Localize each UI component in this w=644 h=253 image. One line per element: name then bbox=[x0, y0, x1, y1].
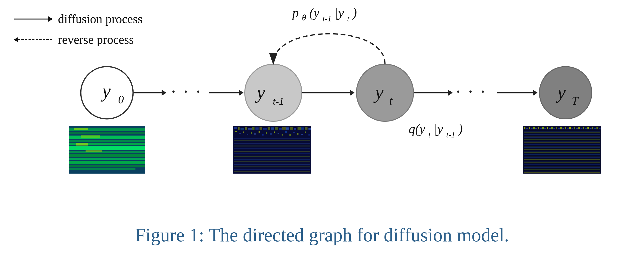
svg-rect-77 bbox=[529, 127, 530, 129]
svg-rect-129 bbox=[524, 162, 600, 163]
svg-rect-53 bbox=[285, 131, 287, 133]
svg-rect-60 bbox=[234, 138, 310, 139]
svg-rect-101 bbox=[583, 127, 584, 129]
svg-rect-69 bbox=[234, 161, 310, 162]
svg-rect-100 bbox=[580, 128, 582, 129]
curved-reverse-arrow bbox=[273, 34, 385, 64]
svg-rect-14 bbox=[81, 135, 100, 138]
svg-rect-63 bbox=[234, 146, 310, 146]
svg-rect-51 bbox=[278, 133, 279, 134]
svg-rect-23 bbox=[252, 127, 254, 130]
svg-rect-112 bbox=[524, 134, 600, 135]
svg-rect-135 bbox=[524, 172, 600, 173]
svg-rect-104 bbox=[590, 128, 592, 129]
node-yt1 bbox=[245, 64, 302, 121]
svg-rect-110 bbox=[524, 131, 600, 131]
svg-rect-130 bbox=[524, 164, 600, 165]
svg-rect-8 bbox=[69, 154, 145, 157]
node-yt bbox=[356, 64, 414, 121]
svg-rect-79 bbox=[533, 127, 535, 129]
svg-rect-83 bbox=[542, 127, 544, 129]
svg-rect-34 bbox=[294, 128, 296, 130]
arrowhead-yt-dots2 bbox=[448, 90, 453, 96]
svg-rect-26 bbox=[263, 128, 267, 130]
arrowhead-yt1-yt bbox=[350, 90, 354, 96]
svg-rect-128 bbox=[524, 161, 600, 161]
svg-rect-103 bbox=[588, 127, 589, 129]
svg-rect-3 bbox=[69, 136, 145, 139]
main-container: diffusion process reverse process y 0 · … bbox=[0, 0, 644, 253]
svg-rect-38 bbox=[308, 128, 311, 130]
svg-rect-84 bbox=[544, 128, 546, 129]
svg-rect-4 bbox=[69, 140, 145, 142]
svg-rect-45 bbox=[254, 133, 256, 135]
svg-rect-108 bbox=[598, 128, 600, 129]
svg-rect-44 bbox=[251, 132, 252, 134]
svg-rect-46 bbox=[258, 131, 260, 133]
svg-rect-116 bbox=[524, 141, 600, 141]
svg-rect-81 bbox=[538, 127, 539, 129]
svg-rect-61 bbox=[234, 140, 310, 141]
svg-rect-71 bbox=[234, 166, 310, 167]
svg-rect-56 bbox=[297, 133, 298, 135]
svg-rect-59 bbox=[308, 134, 310, 136]
svg-rect-65 bbox=[234, 151, 310, 152]
svg-rect-119 bbox=[524, 146, 600, 146]
svg-rect-54 bbox=[290, 134, 291, 136]
svg-rect-40 bbox=[235, 131, 237, 132]
dots1: · · · bbox=[171, 81, 202, 102]
svg-rect-19 bbox=[238, 127, 240, 130]
svg-rect-127 bbox=[524, 159, 600, 160]
svg-rect-102 bbox=[585, 128, 587, 129]
svg-rect-66 bbox=[234, 153, 310, 154]
svg-rect-52 bbox=[282, 134, 283, 136]
svg-rect-2 bbox=[69, 132, 145, 134]
svg-rect-131 bbox=[524, 166, 600, 166]
svg-rect-64 bbox=[234, 148, 310, 149]
formula-bottom: q(y t |y t-1 ) bbox=[409, 122, 463, 140]
svg-rect-82 bbox=[540, 128, 542, 129]
svg-rect-9 bbox=[69, 158, 145, 160]
svg-rect-25 bbox=[260, 127, 262, 130]
svg-rect-95 bbox=[570, 127, 571, 129]
arrowhead-dots1-yt1 bbox=[239, 90, 244, 96]
svg-rect-28 bbox=[271, 127, 274, 130]
svg-rect-18 bbox=[234, 127, 237, 129]
svg-rect-15 bbox=[76, 143, 88, 146]
svg-rect-37 bbox=[305, 127, 308, 130]
svg-rect-121 bbox=[524, 149, 600, 150]
svg-rect-87 bbox=[551, 127, 553, 129]
svg-rect-132 bbox=[524, 167, 600, 168]
diagram-svg: y 0 · · · y t-1 y t · · · y bbox=[0, 0, 644, 214]
svg-rect-57 bbox=[301, 134, 303, 135]
svg-rect-58 bbox=[305, 131, 306, 133]
svg-rect-47 bbox=[262, 134, 264, 136]
svg-rect-99 bbox=[578, 127, 580, 129]
node-yT-sub: T bbox=[572, 94, 579, 107]
svg-rect-36 bbox=[301, 127, 304, 130]
svg-rect-55 bbox=[293, 132, 295, 133]
svg-rect-72 bbox=[234, 169, 310, 170]
svg-rect-73 bbox=[234, 171, 310, 172]
svg-rect-32 bbox=[286, 127, 289, 130]
svg-rect-123 bbox=[524, 152, 600, 153]
svg-rect-114 bbox=[524, 137, 600, 138]
svg-rect-85 bbox=[547, 127, 548, 129]
svg-rect-124 bbox=[524, 154, 600, 155]
node-yt-label: y bbox=[373, 82, 384, 103]
svg-rect-42 bbox=[243, 131, 244, 133]
svg-rect-78 bbox=[531, 128, 532, 129]
svg-rect-43 bbox=[247, 134, 248, 135]
svg-rect-117 bbox=[524, 142, 600, 143]
svg-rect-111 bbox=[524, 132, 600, 133]
svg-rect-122 bbox=[524, 151, 600, 151]
svg-rect-33 bbox=[290, 127, 293, 130]
svg-rect-50 bbox=[274, 131, 275, 133]
svg-rect-31 bbox=[282, 127, 286, 130]
svg-rect-118 bbox=[524, 144, 600, 145]
svg-rect-16 bbox=[86, 150, 102, 152]
svg-rect-10 bbox=[69, 161, 145, 164]
svg-rect-12 bbox=[69, 168, 136, 170]
svg-rect-89 bbox=[556, 127, 557, 129]
svg-rect-67 bbox=[234, 156, 310, 157]
